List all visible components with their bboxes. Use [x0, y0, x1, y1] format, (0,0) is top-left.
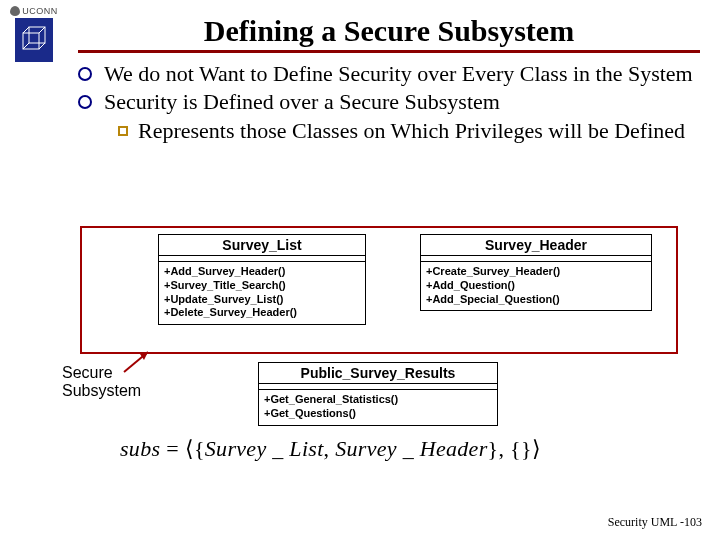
uml-class-name: Survey_List: [159, 235, 365, 256]
uml-op: +Add_Question(): [426, 279, 646, 293]
uml-operations: +Get_General_Statistics() +Get_Questions…: [259, 390, 497, 425]
uml-op: +Get_Questions(): [264, 407, 492, 421]
bullet-1-text: We do not Want to Define Security over E…: [104, 61, 693, 87]
callout-line-2: Subsystem: [62, 382, 141, 400]
uml-op: +Survey_Title_Search(): [164, 279, 360, 293]
formula-item2: Survey _ Header: [335, 436, 487, 461]
uml-op: +Add_Special_Question(): [426, 293, 646, 307]
uml-operations: +Create_Survey_Header() +Add_Question() …: [421, 262, 651, 310]
uml-class-name: Public_Survey_Results: [259, 363, 497, 384]
uml-diagram: Survey_List +Add_Survey_Header() +Survey…: [80, 226, 684, 382]
cube-icon: [15, 18, 53, 62]
uml-class-survey-header: Survey_Header +Create_Survey_Header() +A…: [420, 234, 652, 311]
uml-op: +Create_Survey_Header(): [426, 265, 646, 279]
bullet-2-sub-1-text: Represents those Classes on Which Privil…: [138, 118, 685, 144]
institution-text: UCONN: [22, 6, 58, 16]
uml-class-public-survey-results: Public_Survey_Results +Get_General_Stati…: [258, 362, 498, 426]
formula-close-set: },: [488, 436, 505, 461]
formula-item1: Survey _ List: [205, 436, 324, 461]
svg-line-3: [39, 27, 45, 33]
body-content: We do not Want to Define Security over E…: [78, 61, 700, 144]
bullet-square-icon: [118, 126, 128, 136]
formula-empty: {}: [504, 436, 532, 461]
slide: UCONN Defining a Secure Subsystem We do …: [0, 0, 720, 540]
formula: subs = ⟨{Survey _ List, Survey _ Header}…: [120, 436, 541, 462]
page-title: Defining a Secure Subsystem: [78, 14, 700, 48]
bullet-2-text: Security is Defined over a Secure Subsys…: [104, 89, 500, 115]
bullet-circle-icon: [78, 67, 92, 81]
svg-line-4: [39, 43, 45, 49]
formula-sep1: ,: [324, 436, 336, 461]
uml-class-name: Survey_Header: [421, 235, 651, 256]
institution-name: UCONN: [10, 6, 58, 16]
title-underline: [78, 50, 700, 53]
oak-leaf-icon: [10, 6, 20, 16]
formula-open: ⟨{: [185, 436, 205, 461]
bullet-circle-icon: [78, 95, 92, 109]
formula-lhs: subs: [120, 436, 160, 461]
svg-line-2: [23, 27, 29, 33]
uml-op: +Add_Survey_Header(): [164, 265, 360, 279]
uml-op: +Delete_Survey_Header(): [164, 306, 360, 320]
callout-arrow-icon: [118, 346, 158, 376]
bullet-1: We do not Want to Define Security over E…: [78, 61, 700, 87]
svg-line-5: [23, 43, 29, 49]
uml-op: +Update_Survey_List(): [164, 293, 360, 307]
bullet-2: Security is Defined over a Secure Subsys…: [78, 89, 700, 115]
uml-op: +Get_General_Statistics(): [264, 393, 492, 407]
institution-logo: UCONN: [6, 6, 62, 62]
slide-footer: Security UML -103: [608, 515, 702, 530]
bullet-2-sub-1: Represents those Classes on Which Privil…: [118, 118, 700, 144]
uml-operations: +Add_Survey_Header() +Survey_Title_Searc…: [159, 262, 365, 324]
formula-close: ⟩: [532, 436, 541, 461]
uml-class-survey-list: Survey_List +Add_Survey_Header() +Survey…: [158, 234, 366, 325]
formula-eq: =: [160, 436, 184, 461]
